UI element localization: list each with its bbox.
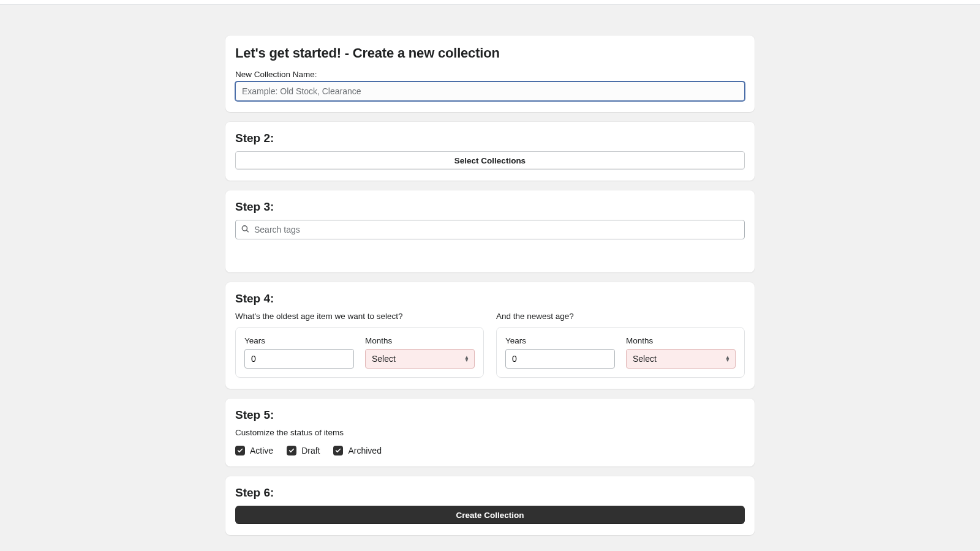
newest-age-subcard: Years Months Select ▲▼	[496, 327, 745, 378]
select-caret-icon: ▲▼	[464, 356, 469, 362]
checkbox-icon	[333, 446, 343, 455]
step5-card: Step 5: Customize the status of items Ac…	[225, 399, 755, 467]
oldest-months-select[interactable]: Select ▲▼	[365, 349, 475, 369]
step5-subtitle: Customize the status of items	[235, 428, 745, 437]
page-title: Let's get started! - Create a new collec…	[235, 45, 745, 61]
step6-card: Step 6: Create Collection	[225, 476, 755, 535]
checkbox-active-label: Active	[250, 446, 273, 455]
select-caret-icon: ▲▼	[725, 356, 730, 362]
step1-card: Let's get started! - Create a new collec…	[225, 36, 755, 112]
newest-age-label: And the newest age?	[496, 312, 745, 321]
collection-name-input[interactable]	[235, 81, 745, 101]
search-tags-input[interactable]	[235, 220, 745, 239]
step2-title: Step 2:	[235, 132, 745, 145]
step4-title: Step 4:	[235, 292, 745, 305]
checkbox-archived[interactable]: Archived	[333, 446, 381, 455]
oldest-years-label: Years	[244, 336, 354, 345]
oldest-years-input[interactable]	[244, 349, 354, 369]
select-collections-button[interactable]: Select Collections	[235, 151, 745, 170]
status-checkbox-group: Active Draft Archived	[235, 446, 745, 455]
checkbox-icon	[235, 446, 245, 455]
step4-card: Step 4: What's the oldest age item we wa…	[225, 282, 755, 389]
checkbox-draft[interactable]: Draft	[287, 446, 320, 455]
newest-age-column: And the newest age? Years Months Select	[496, 312, 745, 378]
newest-years-label: Years	[505, 336, 615, 345]
checkbox-draft-label: Draft	[301, 446, 320, 455]
collection-name-label: New Collection Name:	[235, 70, 745, 79]
oldest-months-value: Select	[372, 354, 396, 364]
newest-months-label: Months	[626, 336, 736, 345]
create-collection-button[interactable]: Create Collection	[235, 506, 745, 524]
tags-empty-area	[235, 239, 745, 261]
newest-months-select[interactable]: Select ▲▼	[626, 349, 736, 369]
oldest-age-column: What's the oldest age item we want to se…	[235, 312, 484, 378]
oldest-months-label: Months	[365, 336, 475, 345]
checkbox-active[interactable]: Active	[235, 446, 273, 455]
newest-years-input[interactable]	[505, 349, 615, 369]
step3-card: Step 3:	[225, 190, 755, 272]
step3-title: Step 3:	[235, 200, 745, 214]
newest-months-value: Select	[633, 354, 657, 364]
oldest-age-label: What's the oldest age item we want to se…	[235, 312, 484, 321]
page-container: Let's get started! - Create a new collec…	[225, 5, 755, 551]
checkbox-archived-label: Archived	[348, 446, 381, 455]
step2-card: Step 2: Select Collections	[225, 122, 755, 181]
checkbox-icon	[287, 446, 296, 455]
search-tags-wrap	[235, 220, 745, 239]
top-bar	[0, 0, 980, 5]
oldest-age-subcard: Years Months Select ▲▼	[235, 327, 484, 378]
step6-title: Step 6:	[235, 486, 745, 500]
step5-title: Step 5:	[235, 408, 745, 422]
